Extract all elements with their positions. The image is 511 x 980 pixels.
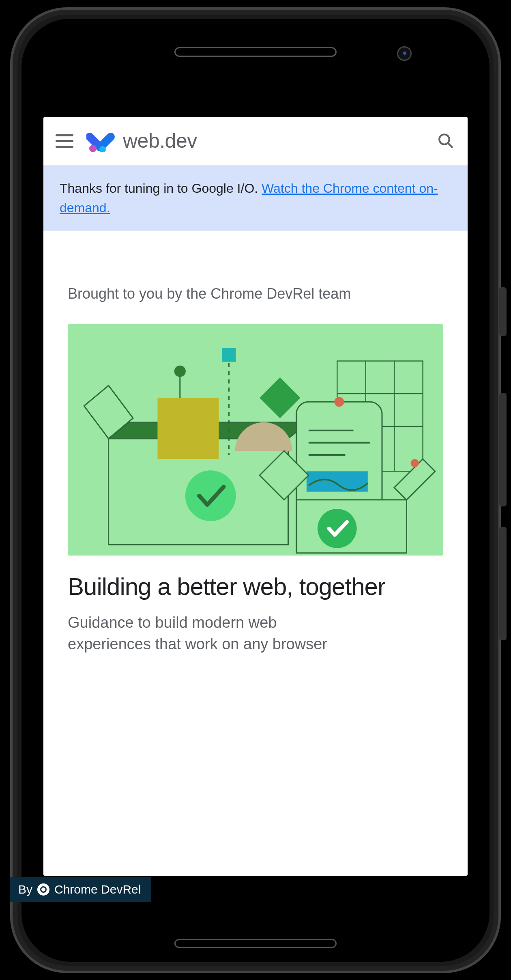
hero-description: Guidance to build modern web experiences… bbox=[68, 612, 443, 655]
svg-point-16 bbox=[174, 366, 186, 377]
svg-point-28 bbox=[318, 509, 357, 548]
phone-speaker-bottom bbox=[174, 939, 337, 948]
svg-point-29 bbox=[410, 459, 419, 467]
phone-frame: web.dev Thanks for tuning in to Google I… bbox=[10, 7, 501, 973]
site-name: web.dev bbox=[123, 129, 197, 153]
phone-button bbox=[499, 393, 507, 506]
phone-speaker bbox=[174, 47, 337, 57]
banner-text: Thanks for tuning in to Google I/O. bbox=[60, 181, 262, 196]
phone-camera bbox=[397, 46, 412, 61]
svg-point-0 bbox=[89, 145, 97, 152]
site-header: web.dev bbox=[43, 117, 468, 166]
menu-icon[interactable] bbox=[56, 131, 75, 151]
device-preview: web.dev Thanks for tuning in to Google I… bbox=[0, 0, 511, 980]
hero-section: Brought to you by the Chrome DevRel team bbox=[43, 231, 468, 655]
svg-point-18 bbox=[185, 470, 236, 521]
promo-banner: Thanks for tuning in to Google I/O. Watc… bbox=[43, 166, 468, 231]
phone-button bbox=[499, 527, 507, 640]
badge-name: Chrome DevRel bbox=[54, 883, 141, 896]
author-badge[interactable]: By Chrome DevRel bbox=[10, 877, 151, 902]
webdev-logo-icon bbox=[86, 129, 116, 152]
svg-marker-17 bbox=[260, 377, 301, 418]
svg-point-20 bbox=[334, 397, 344, 407]
hero-title: Building a better web, together bbox=[68, 573, 443, 601]
hero-eyebrow: Brought to you by the Chrome DevRel team bbox=[68, 284, 443, 304]
phone-button bbox=[499, 287, 507, 336]
svg-line-3 bbox=[448, 143, 452, 147]
hero-illustration bbox=[68, 324, 443, 556]
site-logo[interactable]: web.dev bbox=[86, 129, 197, 153]
svg-rect-14 bbox=[222, 348, 236, 362]
phone-screen: web.dev Thanks for tuning in to Google I… bbox=[43, 117, 468, 876]
svg-rect-12 bbox=[157, 398, 219, 459]
badge-prefix: By bbox=[18, 883, 32, 896]
search-icon[interactable] bbox=[436, 131, 455, 151]
chrome-icon bbox=[37, 883, 49, 896]
